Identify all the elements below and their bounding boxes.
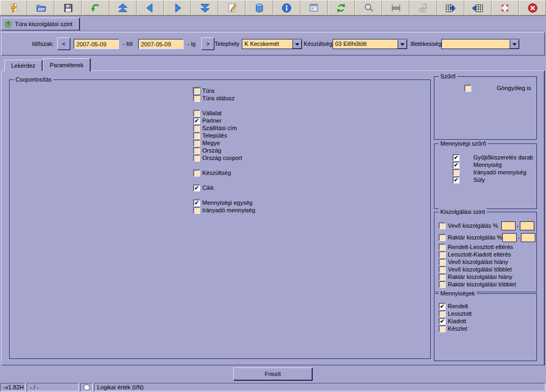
print-area-button[interactable] — [382, 0, 409, 15]
chevron-down-icon[interactable] — [398, 39, 407, 49]
checkbox-mennyisegi-egyseg[interactable] — [193, 199, 200, 206]
checkbox-mennyiseg[interactable] — [453, 162, 460, 169]
checkbox-label: Göngyöleg is — [497, 85, 531, 91]
checkbox-rendelt[interactable] — [439, 303, 446, 310]
undo-arrow-button[interactable] — [82, 0, 109, 15]
checkbox-gongyoleg-is[interactable] — [464, 85, 471, 92]
keyboard-button[interactable] — [409, 0, 437, 15]
refresh-button[interactable]: Frissít — [233, 367, 312, 380]
readiness-value: 03 Előhűtött — [333, 39, 398, 49]
last-record-button[interactable] — [191, 0, 218, 15]
table-import-button[interactable] — [464, 0, 492, 15]
range-max-input[interactable] — [521, 233, 535, 242]
checkbox-row: Vevő kiszolgálás %- — [434, 220, 536, 231]
refresh-button[interactable] — [328, 0, 355, 15]
checkbox-label: Túra státusz — [202, 95, 235, 101]
checkbox-leosztott-kiadott-elteres[interactable] — [439, 251, 446, 258]
checkbox-tura[interactable] — [193, 87, 200, 94]
tab-tura-kiszolgalasi-szint[interactable]: T Túra kiszolgálási szint — [1, 18, 80, 30]
checkbox-orszag[interactable] — [193, 147, 200, 154]
chevron-down-icon[interactable] — [510, 39, 519, 49]
checkbox-row: Készültség — [193, 169, 255, 177]
checkbox-gyujtokiszereles-darab[interactable] — [453, 154, 460, 161]
to-suffix-label: - ig — [187, 41, 195, 47]
undo-arrow-icon — [90, 3, 101, 13]
checkbox-row: Kiadott — [434, 317, 536, 325]
filter-groupbox: Szűrő Göngyöleg is — [434, 76, 537, 140]
checkbox-raktar-kiszolgalas[interactable] — [439, 234, 446, 241]
checkbox-iranyado-mennyiseg[interactable] — [453, 169, 460, 176]
checkbox-label: Raktár kiszolgálási többlet — [448, 281, 516, 287]
toolbar — [0, 0, 546, 16]
checkbox-vevo-kiszolgalas[interactable] — [439, 222, 446, 229]
search-button[interactable] — [355, 0, 382, 15]
previous-period-button[interactable]: < — [57, 37, 70, 50]
range-min-input[interactable] — [502, 233, 517, 242]
checkbox-suly[interactable] — [453, 177, 460, 183]
checkbox-label: Megye — [202, 140, 220, 146]
first-record-button[interactable] — [109, 0, 137, 15]
edit-icon — [227, 3, 238, 13]
checkbox-rendelt-leosztott-elteres[interactable] — [439, 244, 446, 251]
checkbox-label: Település — [202, 132, 227, 139]
checkbox-row: Irányadó mennyiség — [434, 169, 536, 176]
filter-group-title: Szűrő — [439, 73, 457, 79]
checkbox-orszag-csoport[interactable] — [193, 155, 200, 162]
checkbox-label: Vállalat — [202, 110, 221, 116]
table-export-button[interactable] — [437, 0, 464, 15]
checkbox-leosztott[interactable] — [439, 310, 446, 317]
checkbox-row: Súly — [434, 176, 536, 183]
range-min-input[interactable] — [501, 221, 516, 230]
checkbox-vevo-kiszolgalasi-tobblet[interactable] — [439, 266, 446, 273]
checkbox-kiadott[interactable] — [439, 318, 446, 325]
checkbox-vevo-kiszolgalasi-hiany[interactable] — [439, 259, 446, 266]
status-hint-label: Logikai érték (I/N) — [94, 383, 545, 391]
checkbox-label: Ország csoport — [202, 155, 242, 161]
checkbox-keszlet[interactable] — [439, 325, 446, 332]
site-combobox[interactable]: K Kecskemét — [242, 39, 302, 49]
date-to-input[interactable] — [138, 39, 184, 49]
jurisdiction-value — [442, 39, 510, 49]
open-folder-button[interactable] — [27, 0, 54, 15]
form-view-button[interactable] — [300, 0, 328, 15]
checkbox-raktar-kiszolgalasi-tobblet[interactable] — [439, 281, 446, 288]
checkbox-keszultseg[interactable] — [193, 170, 200, 177]
tab-lekerdez[interactable]: Lekérdez — [4, 60, 43, 71]
database-button[interactable] — [246, 0, 273, 15]
jurisdiction-combobox[interactable] — [441, 39, 519, 49]
checkbox-partner[interactable] — [193, 117, 200, 124]
execute-lightning-icon — [9, 3, 19, 13]
readiness-combobox[interactable]: 03 Előhűtött — [333, 39, 407, 49]
info-button[interactable] — [273, 0, 300, 15]
date-from-input[interactable] — [74, 39, 119, 49]
status-indicator-icon — [84, 385, 90, 390]
next-record-button[interactable] — [164, 0, 191, 15]
close-button[interactable] — [519, 0, 546, 15]
database-icon — [254, 3, 265, 13]
checkbox-cikk[interactable] — [193, 185, 200, 191]
service-level-title: Kiszolgálási szint — [439, 209, 487, 215]
checkbox-tura-statusz[interactable] — [193, 95, 200, 102]
edit-button[interactable] — [218, 0, 246, 15]
checkbox-megye[interactable] — [193, 140, 200, 147]
checkbox-telepules[interactable] — [193, 132, 200, 139]
filter-bar: Időszak: < - tól - ig > Telephely K Kecs… — [1, 32, 545, 55]
fullscreen-button[interactable] — [492, 0, 519, 15]
checkbox-raktar-kiszolgalasi-hiany[interactable] — [439, 274, 446, 281]
chevron-down-icon[interactable] — [292, 39, 302, 49]
previous-record-button[interactable] — [137, 0, 164, 15]
checkbox-row: Vállalat — [193, 109, 255, 117]
checkbox-row: Vevő kiszolgálási többlet — [434, 266, 536, 273]
range-max-input[interactable] — [520, 221, 534, 230]
first-record-icon — [117, 3, 128, 13]
next-record-icon — [172, 3, 183, 13]
execute-lightning-button[interactable] — [0, 0, 27, 15]
tab-parameterek[interactable]: Paraméterek — [43, 58, 91, 71]
next-period-button[interactable]: > — [201, 37, 215, 50]
checkbox-iranyado-mennyiseg[interactable] — [193, 207, 200, 214]
save-button[interactable] — [54, 0, 82, 15]
checkbox-vallalat[interactable] — [193, 110, 200, 117]
checkbox-szallitasi-cim[interactable] — [193, 125, 200, 132]
checkbox-row: Vevő kiszolgálási hiány — [434, 258, 536, 266]
checkbox-row: Település — [193, 132, 255, 139]
